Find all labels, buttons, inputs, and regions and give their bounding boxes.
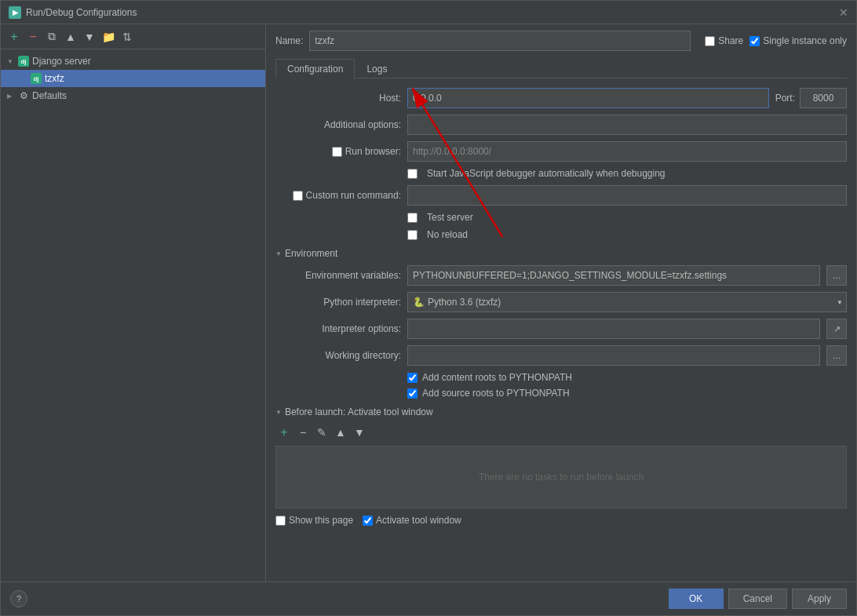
python-interpreter-select[interactable]: 🐍 Python 3.6 (tzxfz) ▼ <box>407 292 847 312</box>
show-page-checkbox[interactable] <box>275 516 286 526</box>
test-server-checkbox[interactable] <box>407 213 418 223</box>
config-name-label: tzxfz <box>45 73 64 84</box>
port-group: Port: <box>775 88 847 108</box>
share-label: Share <box>718 35 743 46</box>
no-reload-label: No reload <box>427 229 468 240</box>
form-area-wrapper: Host: Port: Additional options: <box>275 88 847 575</box>
env-variables-input[interactable] <box>407 265 820 286</box>
before-launch-section: ▼ Before launch: Activate tool window + … <box>275 406 847 508</box>
no-reload-checkbox[interactable] <box>407 230 418 240</box>
host-row: Host: Port: <box>275 88 847 108</box>
remove-task-button[interactable]: − <box>294 424 312 441</box>
share-checkbox-label: Share <box>705 35 743 46</box>
activate-window-label: Activate tool window <box>363 515 461 526</box>
single-instance-label: Single instance only <box>763 35 847 46</box>
defaults-arrow: ▶ <box>7 93 15 100</box>
tab-configuration[interactable]: Configuration <box>275 59 355 78</box>
header-right: Share Single instance only <box>705 35 847 46</box>
interpreter-options-input[interactable] <box>407 319 820 339</box>
working-directory-browse-button[interactable]: … <box>826 345 847 366</box>
apply-button[interactable]: Apply <box>792 589 847 609</box>
python-emoji-icon: 🐍 <box>413 297 425 308</box>
cancel-button[interactable]: Cancel <box>728 589 787 609</box>
run-browser-label: Run browser: <box>345 146 401 157</box>
add-task-button[interactable]: + <box>275 424 293 441</box>
working-directory-label: Working directory: <box>275 350 401 361</box>
interpreter-options-browse-button[interactable]: ↗ <box>826 319 847 339</box>
before-launch-empty: There are no tasks to run before launch <box>275 446 847 508</box>
launch-toolbar: + − ✎ ▲ ▼ <box>275 424 847 441</box>
add-content-roots-label: Add content roots to PYTHONPATH <box>422 372 572 383</box>
interpreter-value: Python 3.6 (tzxfz) <box>428 297 501 308</box>
environment-section-header: ▼ Environment <box>275 248 847 259</box>
remove-config-button[interactable]: − <box>24 28 42 46</box>
add-source-roots-label: Add source roots to PYTHONPATH <box>422 388 570 399</box>
close-button[interactable]: ✕ <box>839 7 848 18</box>
add-source-roots-checkbox[interactable] <box>407 388 418 399</box>
interpreter-options-row: Interpreter options: ↗ <box>275 319 847 339</box>
additional-options-input[interactable] <box>407 115 847 135</box>
title-bar-left: ▶ Run/Debug Configurations <box>9 6 137 19</box>
help-button[interactable]: ? <box>10 590 27 607</box>
custom-run-row: Custom run command: <box>275 185 847 206</box>
config-django-icon: dj <box>31 73 42 84</box>
ok-button[interactable]: OK <box>669 589 724 609</box>
add-content-roots-checkbox[interactable] <box>407 373 418 383</box>
config-tree: ▼ dj Django server dj tzxfz ▶ ⚙ Defaults <box>1 49 265 581</box>
tab-logs[interactable]: Logs <box>355 59 399 78</box>
defaults-icon: ⚙ <box>18 90 29 101</box>
name-input[interactable] <box>309 31 691 51</box>
tree-item-defaults[interactable]: ▶ ⚙ Defaults <box>1 87 265 104</box>
custom-run-label: Custom run command: <box>306 190 401 201</box>
tree-group-django[interactable]: ▼ dj Django server <box>1 53 265 70</box>
sidebar: + − ⧉ ▲ ▼ 📁 ⇅ ▼ dj Django server dj <box>1 24 266 581</box>
single-instance-checkbox[interactable] <box>749 36 760 46</box>
window-title: Run/Debug Configurations <box>26 7 137 18</box>
host-label: Host: <box>275 93 401 104</box>
add-source-roots-row: Add source roots to PYTHONPATH <box>275 388 847 399</box>
window-icon: ▶ <box>9 6 21 19</box>
name-row: Name: Share Single instance only <box>275 31 847 51</box>
additional-options-row: Additional options: <box>275 115 847 135</box>
custom-run-checkbox[interactable] <box>293 191 303 201</box>
activate-window-checkbox[interactable] <box>363 516 373 526</box>
run-browser-row: Run browser: <box>275 141 847 162</box>
group-expand-arrow: ▼ <box>7 58 15 65</box>
edit-task-button[interactable]: ✎ <box>313 424 330 441</box>
title-bar: ▶ Run/Debug Configurations ✕ <box>1 1 856 24</box>
move-task-down-button[interactable]: ▼ <box>351 424 368 441</box>
js-debugger-row: Start JavaScript debugger automatically … <box>275 168 847 179</box>
open-folder-button[interactable]: 📁 <box>100 28 117 46</box>
tree-item-tzxfz[interactable]: dj tzxfz <box>1 70 265 87</box>
copy-config-button[interactable]: ⧉ <box>43 28 60 46</box>
bottom-bar: ? OK Cancel Apply <box>1 581 856 615</box>
working-directory-row: Working directory: … <box>275 345 847 366</box>
working-directory-input[interactable] <box>407 345 820 366</box>
js-debugger-checkbox[interactable] <box>407 169 418 179</box>
environment-label: Environment <box>285 248 337 259</box>
action-buttons: OK Cancel Apply <box>669 589 847 609</box>
port-input[interactable] <box>800 88 847 108</box>
test-server-row: Test server <box>275 212 847 223</box>
main-panel: Name: Share Single instance only Confi <box>266 24 856 581</box>
move-task-up-button[interactable]: ▲ <box>332 424 349 441</box>
move-up-button[interactable]: ▲ <box>62 28 79 46</box>
additional-options-label: Additional options: <box>275 119 401 130</box>
custom-run-input[interactable] <box>407 185 847 206</box>
js-debugger-label: Start JavaScript debugger automatically … <box>427 168 666 179</box>
share-checkbox[interactable] <box>705 36 715 46</box>
no-reload-row: No reload <box>275 229 847 240</box>
port-label: Port: <box>775 93 795 104</box>
django-icon: dj <box>18 56 29 67</box>
add-config-button[interactable]: + <box>5 28 23 46</box>
interpreter-dropdown-arrow: ▼ <box>837 299 843 306</box>
single-instance-checkbox-label: Single instance only <box>749 35 847 46</box>
env-browse-button[interactable]: … <box>826 265 847 286</box>
host-input[interactable] <box>407 88 769 108</box>
run-browser-checkbox[interactable] <box>332 147 342 157</box>
sort-button[interactable]: ⇅ <box>119 28 136 46</box>
env-section-arrow: ▼ <box>275 250 282 257</box>
move-down-button[interactable]: ▼ <box>81 28 98 46</box>
form-area: Host: Port: Additional options: <box>275 88 847 526</box>
run-browser-input[interactable] <box>407 141 847 162</box>
